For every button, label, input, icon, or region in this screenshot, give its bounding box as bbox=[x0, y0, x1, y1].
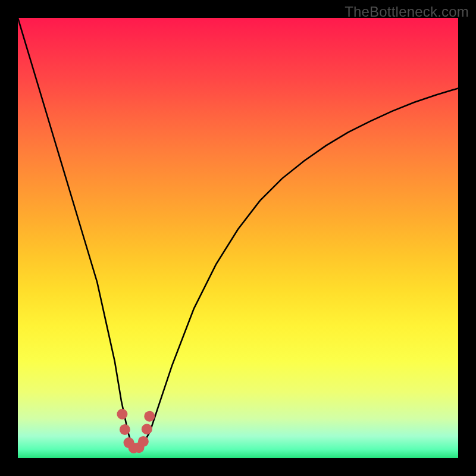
watermark-text: TheBottleneck.com bbox=[345, 4, 469, 20]
plot-area bbox=[18, 18, 458, 458]
chart-svg bbox=[18, 18, 458, 458]
marker-dot bbox=[120, 424, 130, 435]
marker-dot bbox=[117, 409, 127, 419]
marker-dot bbox=[144, 411, 155, 422]
outer-frame: TheBottleneck.com bbox=[0, 0, 476, 476]
marker-dot bbox=[138, 436, 149, 447]
bottom-marker-cluster bbox=[117, 409, 155, 453]
curve-path bbox=[18, 18, 458, 449]
marker-dot bbox=[142, 424, 152, 434]
